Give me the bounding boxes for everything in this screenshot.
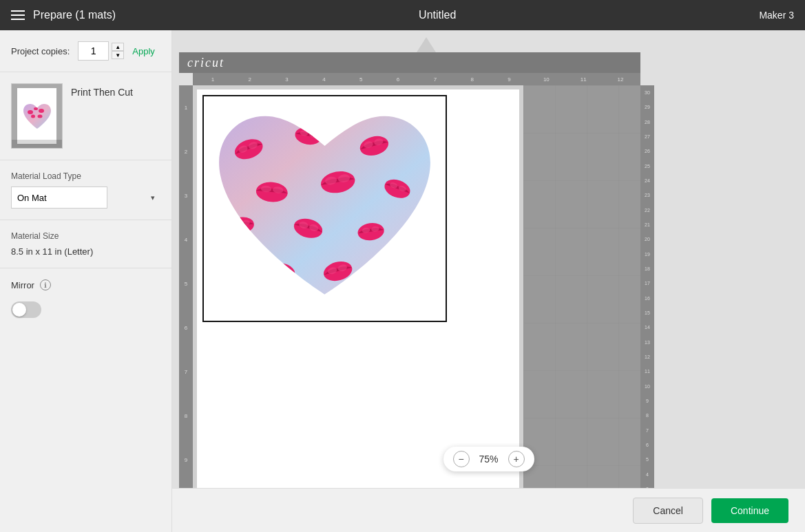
mirror-info-icon[interactable]: ℹ <box>40 279 51 290</box>
zoom-in-button[interactable]: + <box>508 451 525 467</box>
material-load-label: Material Load Type <box>11 171 160 181</box>
ruler-v-nums: 12345678910 <box>179 85 193 488</box>
mat-label: Print Then Cut <box>71 86 133 100</box>
apply-button[interactable]: Apply <box>132 46 155 56</box>
ruler-right-num: 29 <box>640 100 654 114</box>
zoom-bar: − 75% + <box>443 447 534 471</box>
thumbnail-heart-svg <box>21 101 54 131</box>
cricut-logo: cricut <box>187 56 224 70</box>
mat-grid <box>193 85 640 488</box>
ruler-right-num: 22 <box>640 203 654 217</box>
svg-point-4 <box>37 114 42 118</box>
toggle-knob <box>12 303 26 317</box>
main-layout: Project copies: ▲ ▼ Apply <box>0 30 805 532</box>
ruler-right-num: 30 <box>640 85 654 100</box>
copies-up-button[interactable]: ▲ <box>112 43 124 51</box>
ruler-horizontal: 123456789101112 <box>193 73 640 85</box>
ruler-right-num: 9 <box>640 394 654 408</box>
copies-down-button[interactable]: ▼ <box>112 51 124 59</box>
ruler-right-num: 24 <box>640 173 654 188</box>
ruler-right-num: 25 <box>640 159 654 173</box>
ruler-right-num: 26 <box>640 144 654 158</box>
document-title: Untitled <box>419 9 456 21</box>
mat-container: cricut 123456789101112 12345678910 30292… <box>179 37 654 488</box>
copies-spinners: ▲ ▼ <box>112 43 124 59</box>
material-size-section: Material Size 8.5 in x 11 in (Letter) <box>0 220 171 268</box>
ruler-v-num: 7 <box>179 350 193 394</box>
ruler-h-num: 6 <box>379 76 417 83</box>
ruler-right: 3029282726252423222120191817161514131211… <box>640 85 654 488</box>
ruler-right-num: 5 <box>640 452 654 467</box>
copies-input-wrap: ▲ ▼ <box>78 41 124 61</box>
mirror-label: Mirror <box>11 280 34 290</box>
material-load-select[interactable]: On Mat <box>11 187 107 209</box>
sidebar: Project copies: ▲ ▼ Apply <box>0 30 172 532</box>
ruler-right-num: 4 <box>640 467 654 482</box>
ruler-h-num: 11 <box>565 76 602 83</box>
ruler-right-num: 23 <box>640 188 654 202</box>
dark-zone <box>523 85 640 488</box>
ruler-right-num: 18 <box>640 262 654 276</box>
ruler-right-num: 7 <box>640 423 654 438</box>
ruler-h-num: 1 <box>194 76 231 83</box>
svg-point-0 <box>28 110 33 114</box>
toggle-wrap <box>0 301 171 329</box>
white-zone <box>193 85 523 488</box>
ruler-h-num: 8 <box>454 76 491 83</box>
zoom-level: 75% <box>475 454 503 465</box>
ruler-right-num: 13 <box>640 335 654 350</box>
ruler-v-num: 2 <box>179 129 193 173</box>
svg-point-33 <box>273 265 282 272</box>
mat-view: cricut 123456789101112 12345678910 30292… <box>172 30 805 488</box>
ruler-right-num: 3 <box>640 482 654 488</box>
heart-bounding-box <box>202 95 447 322</box>
ruler-right-num: 6 <box>640 438 654 452</box>
mirror-section: Mirror ℹ <box>0 268 171 301</box>
ruler-v-num: 1 <box>179 85 193 129</box>
canvas-area: cricut 123456789101112 12345678910 30292… <box>172 30 805 532</box>
mat-thumbnail <box>11 83 63 149</box>
dark-zone-grid <box>523 85 640 488</box>
mat-caret-icon <box>417 37 436 52</box>
svg-point-2 <box>39 109 44 113</box>
ruler-right-num: 10 <box>640 379 654 394</box>
ruler-right-num: 28 <box>640 115 654 129</box>
topbar: Prepare (1 mats) Untitled Maker 3 <box>0 0 805 30</box>
ruler-v-num: 9 <box>179 438 193 482</box>
zoom-out-button[interactable]: − <box>453 451 470 467</box>
ruler-right-num: 11 <box>640 364 654 379</box>
ruler-right-num: 14 <box>640 320 654 334</box>
ruler-v-num: 6 <box>179 306 193 350</box>
cricut-header: cricut <box>179 52 640 73</box>
ruler-h-num: 9 <box>491 76 528 83</box>
project-copies-label: Project copies: <box>11 46 70 56</box>
prepare-label: Prepare (1 mats) <box>33 9 116 21</box>
ruler-h-num: 7 <box>417 76 454 83</box>
copies-input[interactable] <box>78 41 109 61</box>
project-copies-section: Project copies: ▲ ▼ Apply <box>0 30 171 72</box>
ruler-right-num: 21 <box>640 217 654 232</box>
menu-button[interactable] <box>11 10 25 20</box>
ruler-right-nums: 3029282726252423222120191817161514131211… <box>640 85 654 488</box>
mat-item: Print Then Cut <box>0 72 171 160</box>
white-zone-inner <box>197 89 519 488</box>
ruler-v-num: 5 <box>179 262 193 306</box>
ruler-h-nums: 123456789101112 <box>193 76 640 83</box>
ruler-v-num: 10 <box>179 482 193 488</box>
ruler-h-num: 12 <box>602 76 639 83</box>
topbar-left: Prepare (1 mats) <box>11 9 116 21</box>
ruler-right-num: 12 <box>640 350 654 364</box>
ruler-right-num: 19 <box>640 247 654 262</box>
machine-label: Maker 3 <box>759 10 794 21</box>
action-bar: Cancel Continue <box>172 488 805 532</box>
ruler-v-num: 3 <box>179 173 193 217</box>
mirror-toggle[interactable] <box>11 301 41 318</box>
svg-point-1 <box>34 107 38 110</box>
svg-point-24 <box>234 220 242 226</box>
continue-button[interactable]: Continue <box>711 498 788 523</box>
ruler-v-num: 8 <box>179 394 193 438</box>
material-size-value: 8.5 in x 11 in (Letter) <box>11 246 160 257</box>
ruler-v-num: 4 <box>179 217 193 262</box>
ruler-h-num: 10 <box>527 76 565 83</box>
cancel-button[interactable]: Cancel <box>633 498 703 524</box>
